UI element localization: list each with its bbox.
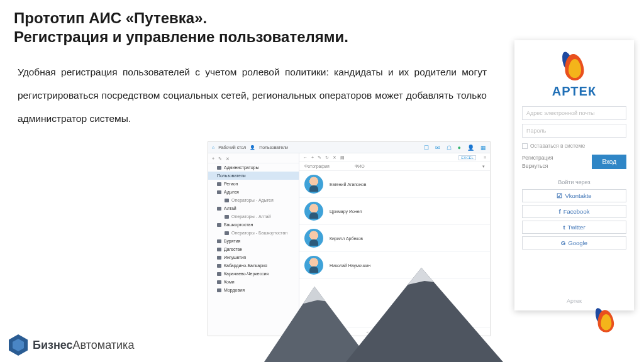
login-card: АРТЕК Адрес электронной почты Пароль Ост… xyxy=(514,40,634,310)
tree-del-icon[interactable]: ✕ xyxy=(226,156,230,162)
list-toolbar: ← + ✎ ↻ ✕ ▤ EXCEL ≡ xyxy=(299,153,490,162)
back-link[interactable]: Вернуться xyxy=(522,162,553,170)
user-name: Цримару Ионел xyxy=(330,209,362,214)
title-line-1: Прототип АИС «Путевка». xyxy=(14,9,207,26)
email-field[interactable]: Адрес электронной почты xyxy=(522,106,626,120)
breadcrumb-users[interactable]: Пользователи xyxy=(259,145,288,150)
tree-users-selected[interactable]: Пользователи xyxy=(208,172,299,180)
list-edit-icon[interactable]: ✎ xyxy=(318,155,321,160)
folder-icon xyxy=(217,264,221,268)
admin-tree: + ✎ ✕ Администраторы Пользователи Регион… xyxy=(208,153,299,336)
home-icon[interactable]: ⌂ xyxy=(212,145,214,150)
list-menu-icon[interactable]: ≡ xyxy=(484,155,486,160)
folder-icon xyxy=(217,223,221,227)
folder-icon xyxy=(217,248,221,251)
chat-icon[interactable]: ☐ xyxy=(424,145,429,151)
tree-item[interactable]: Алтай xyxy=(208,204,299,212)
tree-item[interactable]: Операторы - Башкортостан xyxy=(208,229,299,237)
table-row[interactable]: Евгений Агапонов xyxy=(299,171,490,198)
folder-icon xyxy=(217,280,221,284)
col-sort-icon[interactable]: ▾ xyxy=(482,164,485,169)
social-icon: t xyxy=(563,224,565,231)
status-dot-icon: ● xyxy=(458,145,461,151)
list-refresh-icon[interactable]: ↻ xyxy=(325,155,329,160)
excel-export-button[interactable]: EXCEL xyxy=(458,155,476,160)
avatar xyxy=(304,229,323,248)
grid-icon[interactable]: ▦ xyxy=(480,145,486,151)
social-google-button[interactable]: GGoogle xyxy=(522,236,626,250)
social-icon: G xyxy=(561,239,565,246)
col-photo[interactable]: Фотография xyxy=(304,164,330,168)
company-logo-icon xyxy=(9,334,28,356)
artek-logo-small-icon xyxy=(594,308,617,335)
brand-name: АРТЕК xyxy=(552,84,596,99)
tree-item[interactable]: Операторы - Алтай xyxy=(208,212,299,221)
title-line-2: Регистрация и управление пользователями. xyxy=(14,28,348,45)
folder-icon xyxy=(217,207,221,211)
tree-region[interactable]: Регион xyxy=(208,180,299,188)
social-facebook-button[interactable]: fFacebook xyxy=(522,205,626,218)
tree-item[interactable]: Адыгея xyxy=(208,188,299,196)
social-icon: f xyxy=(559,208,561,215)
tree-root[interactable]: Администраторы xyxy=(208,163,299,172)
folder-icon xyxy=(217,166,221,170)
social-twitter-button[interactable]: tTwitter xyxy=(522,221,626,234)
table-row[interactable]: Кирилл Арбеков xyxy=(299,225,490,252)
folder-icon xyxy=(217,272,221,276)
tree-item[interactable]: Операторы - Адыгея xyxy=(208,196,299,204)
password-field[interactable]: Пароль xyxy=(522,124,626,138)
user-name: Кирилл Арбеков xyxy=(330,236,363,241)
folder-icon xyxy=(217,256,221,260)
folder-icon xyxy=(217,288,221,292)
tree-toolbar: + ✎ ✕ xyxy=(208,155,299,163)
user-name: Евгений Агапонов xyxy=(330,182,366,187)
remember-row[interactable]: Оставаться в системе xyxy=(522,143,626,149)
folder-icon xyxy=(217,239,221,243)
company-name-rest: Автоматика xyxy=(73,339,135,351)
list-footer: «‹1 - 15 из 15 записей›» xyxy=(299,327,490,336)
tree-item[interactable]: Бурятия xyxy=(208,237,299,245)
folder-icon xyxy=(225,215,229,219)
social-heading: Войти через xyxy=(522,179,626,185)
list-back-icon[interactable]: ← xyxy=(303,155,308,160)
login-button[interactable]: Вход xyxy=(592,155,626,169)
folder-icon xyxy=(217,190,221,194)
tree-item[interactable]: Коми xyxy=(208,278,299,286)
table-row[interactable]: Цримару Ионел xyxy=(299,198,490,225)
folder-icon xyxy=(217,182,221,186)
remember-label: Оставаться в системе xyxy=(530,143,585,149)
tree-item[interactable]: Дагестан xyxy=(208,245,299,253)
folder-icon xyxy=(225,231,229,235)
artek-logo-icon xyxy=(561,52,587,83)
tree-item[interactable]: Мордовия xyxy=(208,286,299,294)
company-brand: БизнесАвтоматика xyxy=(9,334,134,356)
register-link[interactable]: Регистрация xyxy=(522,154,553,162)
admin-topbar: ⌂ Рабочий стол 👤 Пользователи ☐ ✉ ☖ ● 👤 … xyxy=(208,142,490,153)
tree-item[interactable]: Кабардино-Балкария xyxy=(208,261,299,270)
social-icon: ☑ xyxy=(557,192,562,199)
user-icon: 👤 xyxy=(250,145,255,150)
checkbox-icon[interactable] xyxy=(522,143,528,149)
breadcrumb-home[interactable]: Рабочий стол xyxy=(218,145,246,150)
tree-add-icon[interactable]: + xyxy=(212,156,214,161)
table-row[interactable]: Николай Наумочкин xyxy=(299,252,490,279)
avatar xyxy=(304,175,323,194)
col-name[interactable]: ФИО xyxy=(355,164,365,168)
list-add-icon[interactable]: + xyxy=(311,155,314,160)
user-name: Николай Наумочкин xyxy=(330,263,370,268)
profile-icon[interactable]: 👤 xyxy=(467,145,474,151)
list-filter-icon[interactable]: ▤ xyxy=(340,155,345,160)
tree-edit-icon[interactable]: ✎ xyxy=(218,156,222,162)
admin-panel-screenshot: ⌂ Рабочий стол 👤 Пользователи ☐ ✉ ☖ ● 👤 … xyxy=(208,141,491,336)
tree-item[interactable]: Башкортостан xyxy=(208,221,299,229)
avatar xyxy=(304,202,323,221)
bell-icon[interactable]: ☖ xyxy=(447,145,452,151)
tree-item[interactable]: Карачаево-Черкессия xyxy=(208,270,299,278)
folder-icon xyxy=(225,199,229,202)
company-name-bold: Бизнес xyxy=(33,339,73,351)
list-del-icon[interactable]: ✕ xyxy=(333,155,336,160)
social-vkontakte-button[interactable]: ☑Vkontakte xyxy=(522,189,626,202)
tree-item[interactable]: Ингушетия xyxy=(208,253,299,261)
login-footer: Артек xyxy=(567,298,582,304)
mail-icon[interactable]: ✉ xyxy=(435,145,440,151)
